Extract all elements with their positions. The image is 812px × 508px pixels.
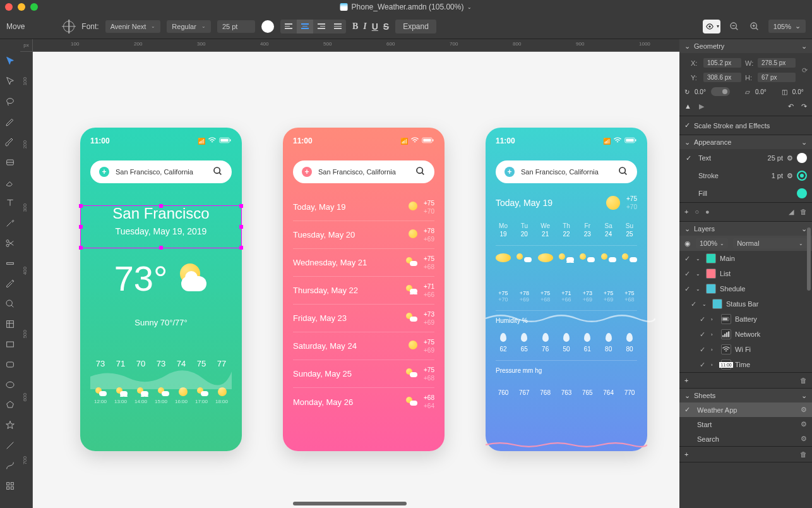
text-color-swatch[interactable] <box>261 20 274 33</box>
add-location-icon[interactable]: + <box>99 167 109 177</box>
stroke-color-swatch[interactable] <box>797 171 807 181</box>
forecast-row[interactable]: Sunday, May 25+75+68 <box>293 360 434 388</box>
text-color-swatch[interactable] <box>797 153 807 163</box>
ellipse-tool[interactable] <box>4 379 16 390</box>
search-icon[interactable] <box>415 166 426 178</box>
forecast-row[interactable]: Saturday, May 24+75+69 <box>293 332 434 360</box>
fill-color-swatch[interactable] <box>797 188 807 198</box>
strikethrough-button[interactable]: S <box>383 21 389 32</box>
star-tool[interactable] <box>4 420 16 431</box>
scissors-tool[interactable] <box>4 238 16 249</box>
font-size-input[interactable]: 25 pt <box>217 20 255 33</box>
panel-menu-icon[interactable]: ⌄ <box>801 138 807 147</box>
gear-icon[interactable]: ⚙ <box>801 420 807 428</box>
canvas[interactable]: 11:00 📶 + San Francisco, California San … <box>33 52 679 508</box>
layer-visibility-toggle[interactable]: ✓ <box>700 315 707 324</box>
flip-vertical-button[interactable]: ▶ <box>699 102 704 111</box>
layer-row[interactable]: ✓⌄List <box>679 266 812 281</box>
collapse-icon[interactable]: ⌄ <box>684 138 690 147</box>
geometry-y-input[interactable]: 308.6 px <box>703 73 741 82</box>
layers-panel-header[interactable]: ⌄Layers ⌄ <box>679 222 812 236</box>
sheet-row[interactable]: Search⚙ <box>679 432 812 446</box>
circle-icon[interactable]: ○ <box>695 208 699 216</box>
bold-button[interactable]: B <box>352 21 358 32</box>
rotation-input[interactable]: ↻0.0° <box>684 87 730 96</box>
zoom-level-dropdown[interactable]: 105%⌄ <box>768 20 806 33</box>
panel-menu-icon[interactable]: ⌄ <box>801 392 807 400</box>
layer-visibility-toggle[interactable]: ✓ <box>700 330 707 339</box>
line-tool[interactable] <box>4 440 16 451</box>
appearance-text-row[interactable]: ✓Text 25 pt⚙ <box>679 149 812 167</box>
shear-h-input[interactable]: ▱0.0° <box>745 87 767 96</box>
eraser-tool[interactable] <box>4 177 16 188</box>
artboard-tool[interactable] <box>4 318 16 330</box>
align-left-button[interactable] <box>280 20 297 33</box>
layer-visibility-toggle[interactable]: ✓ <box>700 361 707 369</box>
appearance-panel-header[interactable]: ⌄Appearance ⌄ <box>679 135 812 149</box>
search-bar[interactable]: + San Francisco, California <box>496 160 637 183</box>
expand-button[interactable]: Expand <box>395 20 436 33</box>
layer-row[interactable]: ✓›11:00Time <box>679 357 812 372</box>
align-justify-button[interactable] <box>330 20 346 33</box>
lock-aspect-icon[interactable]: ⟳ <box>802 66 808 75</box>
appearance-stroke-row[interactable]: Stroke 1 pt⚙ <box>679 167 812 184</box>
forecast-row[interactable]: Thursday, May 22+71+66 <box>293 277 434 305</box>
zoom-out-button[interactable] <box>728 20 741 33</box>
gradient-tool[interactable] <box>4 258 16 269</box>
geometry-w-input[interactable]: 278.5 px <box>758 58 796 68</box>
color-picker-tool[interactable] <box>4 278 16 289</box>
horizontal-scrollbar[interactable] <box>293 502 407 505</box>
delete-layer-button[interactable]: 🗑 <box>800 377 807 384</box>
preview-button[interactable]: ▾ <box>703 20 720 33</box>
layer-blend-dropdown[interactable]: Normal⌄ <box>733 238 807 248</box>
layer-visibility-toggle[interactable]: ✓ <box>700 346 707 354</box>
horizontal-ruler[interactable]: 1002003004005006007008009001000 <box>33 39 679 52</box>
sheet-row[interactable]: Start⚙ <box>679 417 812 432</box>
minimize-window-button[interactable] <box>18 3 25 11</box>
scale-stroke-checkbox[interactable]: ✓Scale Stroke and Effects <box>679 116 812 135</box>
add-location-icon[interactable]: + <box>505 167 515 177</box>
brush-tool[interactable] <box>4 136 16 148</box>
collapse-icon[interactable]: ⌄ <box>684 42 690 51</box>
layer-row[interactable]: ✓›Network <box>679 327 812 342</box>
geometry-x-input[interactable]: 105.2 px <box>703 58 741 68</box>
close-window-button[interactable] <box>5 3 13 11</box>
gear-icon[interactable]: ⚙ <box>787 154 793 162</box>
vertical-scrollbar[interactable] <box>807 227 811 291</box>
redo-button[interactable]: ↷ <box>801 102 807 111</box>
artboard-list[interactable]: 11:00 📶 + San Francisco, California Toda… <box>283 128 445 451</box>
layer-visibility-toggle[interactable]: ✓ <box>684 270 692 278</box>
collapse-icon[interactable]: ⌄ <box>684 392 690 400</box>
layer-visibility-toggle[interactable]: ✓ <box>684 255 692 263</box>
title-dropdown-icon[interactable]: ⌄ <box>467 4 472 10</box>
add-appearance-button[interactable]: + <box>684 208 688 216</box>
origin-target-icon[interactable] <box>63 20 75 33</box>
canvas-viewport[interactable]: px 1002003004005006007008009001000 10020… <box>20 39 679 508</box>
delete-sheet-button[interactable]: 🗑 <box>800 451 807 458</box>
zoom-in-button[interactable] <box>748 20 761 33</box>
shear-v-input[interactable]: ◫0.0° <box>782 87 804 96</box>
eyedropper-tool[interactable] <box>4 217 16 229</box>
layer-row[interactable]: ✓›Battery <box>679 311 812 327</box>
align-center-button[interactable] <box>297 20 313 33</box>
polygon-tool[interactable] <box>4 399 16 411</box>
search-icon[interactable] <box>618 166 628 178</box>
undo-button[interactable]: ↶ <box>788 102 794 111</box>
layer-opacity-input[interactable]: 100%⌄ <box>696 238 728 248</box>
font-weight-dropdown[interactable]: Regular⌄ <box>167 20 211 33</box>
panel-menu-icon[interactable]: ⌄ <box>801 42 807 51</box>
forecast-row[interactable]: Tuesday, May 20+78+69 <box>293 221 434 249</box>
layer-visibility-toggle[interactable]: ✓ <box>684 285 692 293</box>
rounded-rect-tool[interactable] <box>4 359 16 370</box>
add-layer-button[interactable]: + <box>684 377 688 384</box>
gear-icon[interactable]: ⚙ <box>801 406 807 414</box>
artboard-schedule[interactable]: 11:00 📶 + San Francisco, California Toda… <box>486 128 647 451</box>
appearance-fill-row[interactable]: Fill <box>679 184 812 202</box>
delete-appearance-button[interactable]: 🗑 <box>800 208 807 216</box>
sheets-panel-header[interactable]: ⌄Sheets ⌄ <box>679 389 812 402</box>
gear-icon[interactable]: ⚙ <box>787 172 793 180</box>
effect-icon[interactable]: ◢ <box>789 208 794 216</box>
italic-button[interactable]: I <box>363 21 366 32</box>
forecast-row[interactable]: Friday, May 23+73+69 <box>293 305 434 332</box>
zoom-tool[interactable] <box>4 298 16 310</box>
